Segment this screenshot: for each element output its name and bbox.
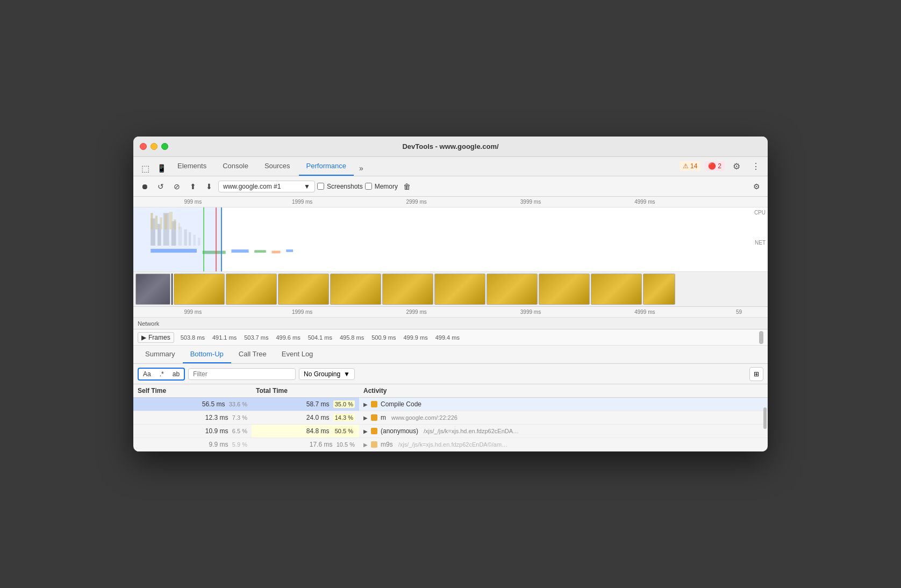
capture-settings-button[interactable]: ⚙ bbox=[749, 180, 763, 193]
cpu-chart bbox=[133, 207, 768, 246]
screenshot-thumb-0[interactable] bbox=[135, 274, 170, 305]
screenshot-thumb-9[interactable] bbox=[591, 274, 642, 305]
maximize-button[interactable] bbox=[161, 143, 168, 150]
tab-console[interactable]: Console bbox=[215, 157, 256, 176]
svg-rect-19 bbox=[254, 250, 266, 253]
url-selector[interactable]: www.google.com #1 ▼ bbox=[218, 181, 315, 192]
collapse-button[interactable]: ⊞ bbox=[749, 367, 763, 381]
device-icon[interactable]: 📱 bbox=[154, 161, 169, 176]
download-button[interactable]: ⬇ bbox=[202, 180, 216, 193]
header-self-time[interactable]: Self Time bbox=[133, 384, 252, 398]
self-time-cell-1: 12.3 ms 7.3 % bbox=[133, 411, 252, 425]
ruler-mark-3: 3999 ms bbox=[520, 199, 541, 205]
performance-table: Self Time Total Time Activity 56.5 ms 33… bbox=[133, 384, 768, 451]
screenshot-thumb-3[interactable] bbox=[278, 274, 329, 305]
memory-checkbox[interactable]: Memory bbox=[365, 183, 398, 190]
timeline-section: 999 ms 1999 ms 2999 ms 3999 ms 4999 ms C… bbox=[133, 197, 768, 346]
activity-url-2: /xjs/_/js/k=xjs.hd.en.fdzp62cEnDA… bbox=[424, 428, 519, 434]
warning-count: 14 bbox=[690, 162, 697, 170]
self-time-cell-2: 10.9 ms 6.5 % bbox=[133, 425, 252, 438]
titlebar: DevTools - www.google.com/ bbox=[133, 137, 768, 157]
tab-event-log[interactable]: Event Log bbox=[274, 346, 321, 363]
grouping-select[interactable]: No Grouping ▼ bbox=[299, 368, 355, 380]
timeline-scrollbar[interactable] bbox=[759, 331, 763, 344]
data-table-container[interactable]: Self Time Total Time Activity 56.5 ms 33… bbox=[133, 384, 768, 451]
screenshot-thumb-5[interactable] bbox=[382, 274, 433, 305]
expand-icon-2[interactable]: ▶ bbox=[363, 428, 368, 434]
activity-name-2: (anonymous) bbox=[381, 427, 418, 435]
screenshots-check[interactable] bbox=[317, 183, 324, 190]
tab-overflow[interactable]: » bbox=[355, 161, 368, 176]
activity-cell-1: ▶ m www.google.com/:22:226 bbox=[359, 411, 768, 425]
inspect-icon[interactable]: ⬚ bbox=[138, 161, 153, 176]
tab-call-tree[interactable]: Call Tree bbox=[231, 346, 274, 363]
regex-button[interactable]: .* bbox=[155, 369, 168, 379]
minimize-button[interactable] bbox=[151, 143, 158, 150]
settings-icon[interactable]: ⚙ bbox=[729, 159, 744, 174]
self-time-cell-3: 9.9 ms 5.9 % bbox=[133, 438, 252, 451]
tab-elements[interactable]: Elements bbox=[170, 157, 214, 176]
more-icon[interactable]: ⋮ bbox=[748, 159, 763, 174]
total-time-pct-1: 14.3 % bbox=[333, 414, 355, 421]
activity-color-2 bbox=[371, 428, 377, 434]
self-time-pct-1: 7.3 % bbox=[232, 414, 247, 421]
table-scrollbar[interactable] bbox=[763, 407, 767, 429]
tab-performance[interactable]: Performance bbox=[299, 157, 354, 176]
delete-button[interactable]: 🗑 bbox=[400, 180, 414, 193]
dropdown-icon: ▼ bbox=[304, 183, 310, 190]
frame-time-0: 503.8 ms bbox=[181, 334, 205, 341]
tab-actions: ⚠ 14 🔴 2 ⚙ ⋮ bbox=[680, 159, 763, 176]
header-total-time[interactable]: Total Time bbox=[252, 384, 359, 398]
screenshot-thumb-4[interactable] bbox=[330, 274, 381, 305]
close-button[interactable] bbox=[140, 143, 147, 150]
ruler-mark-0: 999 ms bbox=[184, 199, 202, 205]
activity-name-3: m9s bbox=[381, 441, 393, 448]
self-time-pct-2: 6.5 % bbox=[232, 428, 247, 434]
upload-button[interactable]: ⬆ bbox=[186, 180, 200, 193]
screenshots-checkbox[interactable]: Screenshots bbox=[317, 183, 363, 190]
filter-row: Aa .* ab No Grouping ▼ ⊞ bbox=[133, 364, 768, 384]
total-time-pct-2: 50.5 % bbox=[333, 427, 355, 435]
header-activity[interactable]: Activity bbox=[359, 384, 768, 398]
clear-button[interactable]: ⊘ bbox=[170, 180, 184, 193]
timeline-chart[interactable]: CPU NET bbox=[133, 207, 768, 272]
screenshot-thumb-7[interactable] bbox=[487, 274, 538, 305]
grouping-label: No Grouping bbox=[304, 370, 340, 378]
highlight-button[interactable]: ab bbox=[168, 369, 184, 379]
expand-icon-3[interactable]: ▶ bbox=[363, 442, 368, 448]
tab-sources[interactable]: Sources bbox=[257, 157, 298, 176]
total-time-cell-2: 84.8 ms 50.5 % bbox=[252, 425, 359, 438]
frame-time-1: 491.1 ms bbox=[212, 334, 237, 341]
total-time-cell-3: 17.6 ms 10.5 % bbox=[252, 438, 359, 451]
frame-time-4: 504.1 ms bbox=[308, 334, 332, 341]
screenshot-thumb-2[interactable] bbox=[226, 274, 277, 305]
activity-url-3: /xjs/_/js/k=xjs.hd.en.fdzp62cEnDA©/am… bbox=[398, 441, 507, 448]
timeline-ruler-top: 999 ms 1999 ms 2999 ms 3999 ms 4999 ms bbox=[133, 197, 768, 207]
frames-toggle[interactable]: ▶ Frames bbox=[138, 332, 174, 343]
memory-check[interactable] bbox=[365, 183, 372, 190]
table-row: 9.9 ms 5.9 % 17.6 ms 10.5 % ▶ m9s /xjs/_… bbox=[133, 438, 768, 451]
warning-badge[interactable]: ⚠ 14 bbox=[680, 161, 700, 171]
activity-url-1: www.google.com/:22:226 bbox=[391, 414, 457, 421]
tab-bottom-up[interactable]: Bottom-Up bbox=[183, 346, 231, 363]
table-row: 10.9 ms 6.5 % 84.8 ms 50.5 % ▶ (anonymou… bbox=[133, 425, 768, 438]
bottom-mark-0: 999 ms bbox=[184, 309, 202, 315]
filter-group: Aa .* ab bbox=[138, 368, 185, 381]
tab-summary[interactable]: Summary bbox=[138, 346, 183, 363]
reload-button[interactable]: ↺ bbox=[154, 180, 168, 193]
screenshot-thumb-10[interactable] bbox=[643, 274, 675, 305]
record-button[interactable]: ⏺ bbox=[138, 180, 152, 193]
case-sensitive-button[interactable]: Aa bbox=[139, 369, 155, 379]
selection-indicator bbox=[171, 274, 173, 305]
screenshot-thumb-1[interactable] bbox=[174, 274, 225, 305]
expand-icon-0[interactable]: ▶ bbox=[363, 401, 368, 407]
selection-band[interactable] bbox=[133, 207, 222, 271]
screenshots-label: Screenshots bbox=[327, 183, 363, 190]
screenshot-thumb-6[interactable] bbox=[434, 274, 485, 305]
filter-input[interactable] bbox=[188, 368, 296, 380]
activity-color-3 bbox=[371, 441, 377, 448]
screenshot-thumb-8[interactable] bbox=[539, 274, 590, 305]
error-badge[interactable]: 🔴 2 bbox=[705, 161, 725, 171]
bottom-mark-1: 1999 ms bbox=[292, 309, 312, 315]
expand-icon-1[interactable]: ▶ bbox=[363, 415, 368, 421]
